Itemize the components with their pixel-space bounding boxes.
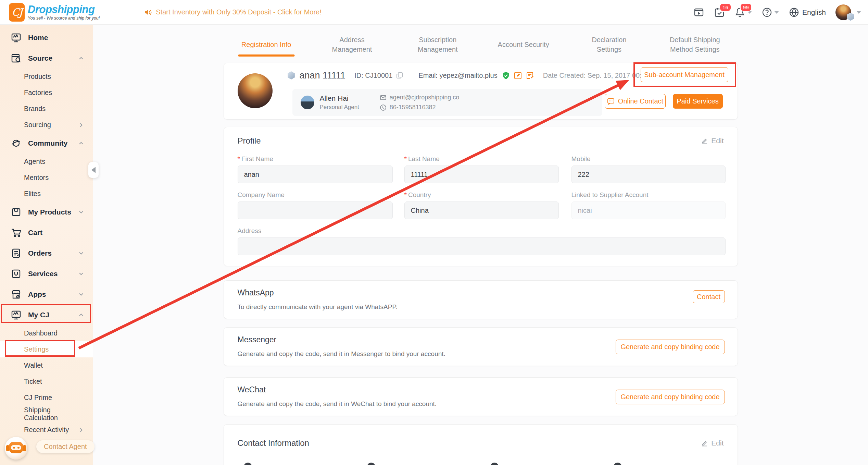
chevron-down-icon	[77, 291, 85, 298]
first-name-input[interactable]	[238, 166, 393, 183]
contact-agent-button[interactable]: Contact Agent	[36, 440, 95, 453]
video-tutorials-icon[interactable]	[693, 7, 704, 18]
orders-icon	[10, 247, 22, 259]
chevron-down-icon	[77, 249, 85, 257]
profile-title: Profile	[238, 136, 261, 146]
tasks-icon[interactable]: 16	[714, 7, 725, 18]
sidebar-item-cart[interactable]: Cart	[0, 222, 93, 243]
user-email: Email: yepez@mailto.plus	[418, 72, 497, 79]
sidebar-item-recent-activity[interactable]: Recent Activity	[0, 422, 93, 438]
pen-icon	[701, 439, 708, 447]
user-avatar[interactable]	[238, 73, 273, 108]
contact-information-edit-button[interactable]: Edit	[701, 439, 724, 447]
home-icon	[10, 32, 22, 44]
sidebar-item-source[interactable]: Source	[0, 48, 93, 69]
sidebar-item-cj-prime[interactable]: CJ Prime	[0, 390, 93, 406]
wechat-generate-button[interactable]: Generate and copy binding code	[616, 390, 725, 404]
announcement-banner[interactable]: Start Inventory with Only 30% Deposit - …	[143, 8, 322, 17]
sidebar-item-wallet[interactable]: Wallet	[0, 357, 93, 374]
sidebar-item-brands[interactable]: Brands	[0, 101, 93, 117]
pen-icon	[701, 137, 708, 145]
copy-icon[interactable]	[396, 72, 403, 79]
chevron-down-icon	[774, 11, 779, 14]
notifications-icon[interactable]: 99	[734, 7, 752, 18]
messenger-desc: Generate and copy the code, send it in M…	[238, 350, 445, 358]
tab-registration-info[interactable]: Registration Info	[224, 33, 309, 56]
sidebar-item-products[interactable]: Products	[0, 69, 93, 85]
tab-address-management[interactable]: Address Management	[309, 33, 395, 56]
language-selector[interactable]: English	[789, 7, 826, 18]
profile-card: Profile Edit *First Name *Last Name Mobi…	[224, 127, 738, 266]
brand-name: Dropshipping	[28, 4, 100, 15]
sidebar-item-orders[interactable]: Orders	[0, 243, 93, 264]
chevron-up-icon	[77, 311, 85, 319]
user-name: anan 11111	[300, 70, 346, 81]
whatsapp-desc: To directly communicate with your agent …	[238, 303, 398, 311]
sidebar-item-factories[interactable]: Factories	[0, 85, 93, 101]
collapse-arrow-icon	[91, 167, 96, 173]
user-menu[interactable]	[835, 4, 861, 21]
cart-icon	[10, 227, 22, 238]
contact-method-icon	[614, 463, 622, 465]
mobile-input[interactable]	[571, 166, 726, 183]
messenger-generate-button[interactable]: Generate and copy binding code	[616, 340, 725, 354]
language-label: English	[802, 8, 826, 16]
logo[interactable]: CJ Dropshipping You sell - We source and…	[9, 3, 100, 22]
services-icon	[10, 268, 22, 280]
address-input[interactable]	[238, 237, 726, 255]
contact-method-icon	[244, 463, 252, 465]
chevron-down-icon	[77, 270, 85, 278]
sidebar-item-dashboard[interactable]: Dashboard	[0, 325, 93, 341]
paid-services-button[interactable]: Paid Services	[673, 94, 723, 109]
announcement-text: Start Inventory with Only 30% Deposit - …	[156, 8, 322, 16]
page: CJ Dropshipping You sell - We source and…	[0, 0, 868, 465]
top-navbar: CJ Dropshipping You sell - We source and…	[0, 0, 868, 25]
notifications-badge: 99	[740, 3, 752, 12]
chat-icon	[607, 97, 615, 106]
tab-account-security[interactable]: Account Security	[480, 33, 566, 56]
country-input[interactable]	[404, 201, 559, 219]
contact-method-icon	[367, 463, 375, 465]
country-label: *Country	[404, 191, 559, 199]
sidebar-item-elites[interactable]: Elites	[0, 186, 93, 202]
community-icon	[10, 137, 22, 149]
bag-icon	[10, 206, 22, 218]
chevron-up-icon	[77, 54, 85, 62]
profile-edit-button[interactable]: Edit	[701, 137, 724, 145]
sub-account-management-button[interactable]: Sub-account Management	[641, 67, 728, 82]
messenger-card: Messenger Generate and copy the code, se…	[224, 327, 738, 366]
company-name-label: Company Name	[238, 191, 393, 199]
sidebar-item-mentors[interactable]: Mentors	[0, 170, 93, 186]
sidebar-item-home[interactable]: Home	[0, 27, 93, 48]
sidebar-item-settings[interactable]: Settings	[0, 341, 93, 357]
sidebar-collapse-handle[interactable]	[88, 162, 99, 178]
sidebar-item-ticket[interactable]: Ticket	[0, 374, 93, 390]
sidebar-item-my-products[interactable]: My Products	[0, 202, 93, 222]
sidebar-item-agents[interactable]: Agents	[0, 154, 93, 170]
chevron-right-icon	[77, 426, 85, 434]
chevron-down-icon	[856, 11, 861, 14]
help-icon[interactable]	[762, 7, 779, 18]
company-name-input[interactable]	[238, 201, 393, 219]
document-edit-icon[interactable]	[526, 71, 534, 80]
tab-default-shipping-method-settings[interactable]: Default Shipping Method Settings	[652, 33, 738, 56]
linked-supplier-input	[571, 201, 726, 219]
tab-declaration-settings[interactable]: Declaration Settings	[566, 33, 652, 56]
last-name-input[interactable]	[404, 166, 559, 183]
whatsapp-contact-button[interactable]: Contact	[693, 290, 725, 303]
sidebar-item-my-cj[interactable]: My CJ	[0, 305, 93, 325]
tab-subscription-management[interactable]: Subscription Management	[395, 33, 480, 56]
sidebar-item-services[interactable]: Services	[0, 264, 93, 284]
phone-icon	[380, 104, 387, 111]
messenger-title: Messenger	[238, 335, 277, 344]
edit-email-icon[interactable]	[514, 71, 522, 80]
source-icon	[10, 52, 22, 64]
wechat-title: WeChat	[238, 385, 266, 394]
sidebar-item-shipping-calculation[interactable]: Shipping Calculation	[0, 406, 93, 422]
sidebar-item-sourcing[interactable]: Sourcing	[0, 117, 93, 133]
whatsapp-title: WhatsApp	[238, 288, 274, 297]
online-contact-button[interactable]: Online Contact	[605, 94, 666, 109]
sidebar-item-community[interactable]: Community	[0, 133, 93, 154]
contact-agent-robot-icon[interactable]	[5, 437, 27, 460]
sidebar-item-apps[interactable]: Apps	[0, 284, 93, 305]
